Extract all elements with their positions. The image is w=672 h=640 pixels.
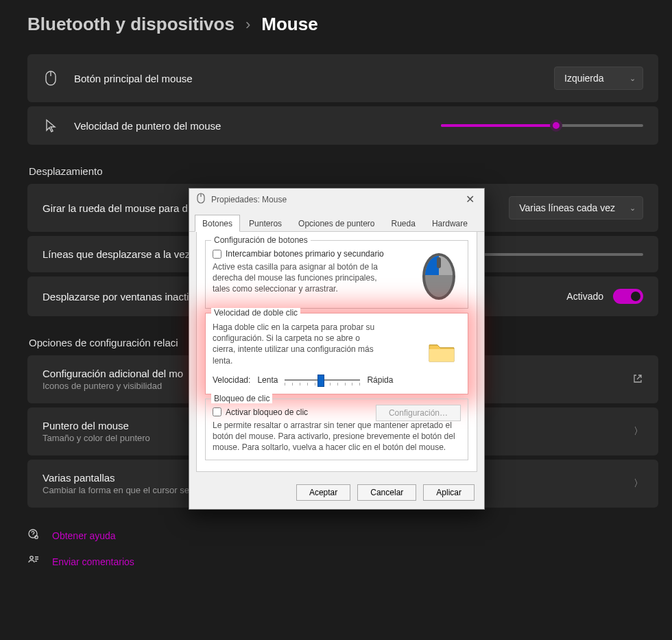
breadcrumb-current: Mouse xyxy=(261,14,317,35)
wheel-scroll-select[interactable]: Varias líneas cada vez ⌄ xyxy=(509,196,643,220)
clicklock-label: Activar bloqueo de clic xyxy=(226,407,308,417)
clicklock-desc: Le permite resaltar o arrastrar sin tene… xyxy=(213,420,459,453)
chevron-right-icon: › xyxy=(245,16,250,34)
pointer-speed-label: Velocidad de puntero del mouse xyxy=(74,120,426,132)
feedback-link-row: Enviar comentarios xyxy=(27,554,658,569)
swap-buttons-label: Intercambiar botones primario y secundar… xyxy=(226,249,384,259)
dblclick-speed-slider[interactable] xyxy=(285,373,360,387)
external-link-icon xyxy=(632,373,643,386)
primary-button-value: Izquierda xyxy=(564,73,604,84)
speed-label: Velocidad: xyxy=(213,375,250,385)
clicklock-config-button: Configuración… xyxy=(376,405,461,421)
group-title: Configuración de botones xyxy=(211,235,311,245)
chevron-down-icon: ⌄ xyxy=(629,204,636,213)
pointer-speed-slider[interactable] xyxy=(441,124,643,127)
group-clicklock: Bloqueo de clic Configuración… Activar b… xyxy=(205,399,468,461)
mouse-properties-dialog: Propiedades: Mouse ✕ Botones Punteros Op… xyxy=(189,188,485,510)
speed-fast-label: Rápida xyxy=(367,375,393,385)
feedback-link[interactable]: Enviar comentarios xyxy=(52,556,134,567)
mouse-small-icon xyxy=(196,193,206,206)
group-title: Bloqueo de clic xyxy=(211,394,272,403)
swap-buttons-input[interactable] xyxy=(213,250,221,259)
svg-rect-9 xyxy=(437,257,441,268)
tab-botones[interactable]: Botones xyxy=(195,215,240,232)
apply-button[interactable]: Aplicar xyxy=(423,484,475,501)
chevron-right-icon: 〉 xyxy=(634,425,643,438)
svg-point-4 xyxy=(30,556,33,559)
svg-rect-10 xyxy=(429,349,454,362)
ok-button[interactable]: Aceptar xyxy=(296,484,350,501)
cancel-button[interactable]: Cancelar xyxy=(357,484,416,501)
group-title: Velocidad de doble clic xyxy=(211,308,300,318)
tab-opciones-puntero[interactable]: Opciones de puntero xyxy=(291,215,382,232)
folder-test-icon[interactable] xyxy=(428,340,455,363)
close-button[interactable]: ✕ xyxy=(463,193,477,206)
mouse-icon xyxy=(43,71,59,86)
section-scroll-heading: Desplazamiento xyxy=(29,165,658,177)
lines-scroll-label: Líneas que desplazarse a la vez xyxy=(43,248,193,260)
inactive-scroll-state: Activado xyxy=(566,291,603,302)
help-icon xyxy=(27,528,41,543)
speed-slow-label: Lenta xyxy=(257,375,278,385)
chevron-down-icon: ⌄ xyxy=(629,74,636,83)
inactive-scroll-toggle[interactable] xyxy=(613,289,643,304)
help-link-row: Obtener ayuda xyxy=(27,528,658,543)
chevron-right-icon: 〉 xyxy=(634,477,643,490)
dblclick-desc: Haga doble clic en la carpeta para proba… xyxy=(213,322,384,366)
wheel-scroll-value: Varias líneas cada vez xyxy=(519,202,615,213)
mouse-illustration xyxy=(417,248,461,303)
cursor-icon xyxy=(43,119,59,132)
setting-pointer-speed: Velocidad de puntero del mouse xyxy=(27,106,658,145)
feedback-icon xyxy=(27,554,41,569)
primary-button-select[interactable]: Izquierda ⌄ xyxy=(554,67,643,90)
breadcrumb: Bluetooth y dispositivos › Mouse xyxy=(27,14,658,35)
primary-button-label: Botón principal del mouse xyxy=(74,73,539,84)
dialog-title: Propiedades: Mouse xyxy=(211,195,457,204)
tab-rueda[interactable]: Rueda xyxy=(384,215,423,232)
group-doubleclick-speed: Velocidad de doble clic Haga doble clic … xyxy=(205,313,468,394)
tab-hardware[interactable]: Hardware xyxy=(424,215,475,232)
setting-primary-button: Botón principal del mouse Izquierda ⌄ xyxy=(27,54,658,102)
dialog-tabs: Botones Punteros Opciones de puntero Rue… xyxy=(189,214,484,232)
group-button-config: Configuración de botones Intercambiar bo… xyxy=(205,240,468,309)
clicklock-input[interactable] xyxy=(213,407,221,416)
tab-punteros[interactable]: Punteros xyxy=(241,215,289,232)
help-link[interactable]: Obtener ayuda xyxy=(52,530,116,541)
breadcrumb-parent[interactable]: Bluetooth y dispositivos xyxy=(27,14,235,35)
swap-buttons-desc: Active esta casilla para asignar al botó… xyxy=(213,261,391,295)
